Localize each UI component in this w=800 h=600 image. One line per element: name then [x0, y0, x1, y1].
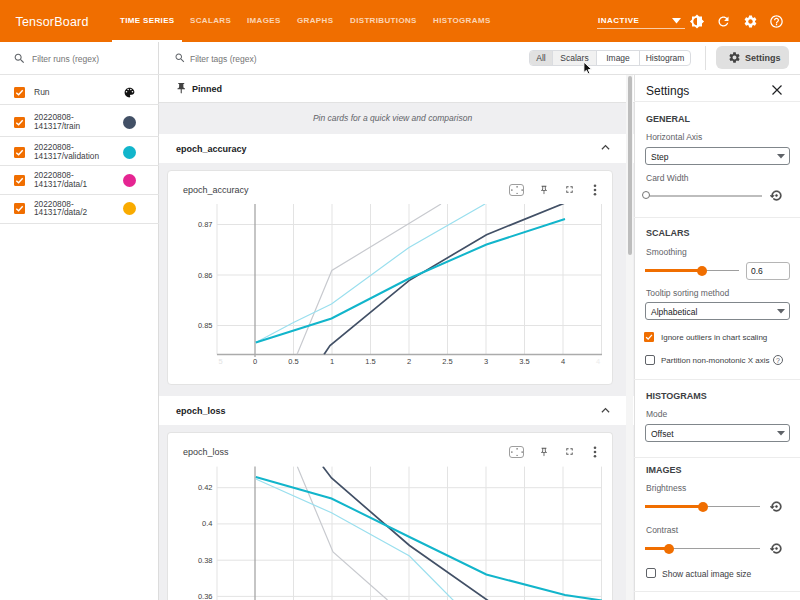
svg-text:1: 1 — [330, 357, 334, 366]
svg-text:0.38: 0.38 — [198, 556, 213, 565]
svg-text:0.5: 0.5 — [288, 357, 298, 366]
svg-text:4: 4 — [596, 357, 600, 366]
svg-text:5: 5 — [218, 357, 222, 366]
svg-text:4: 4 — [561, 357, 565, 366]
svg-text:3: 3 — [484, 357, 488, 366]
svg-text:0: 0 — [253, 357, 257, 366]
svg-text:3.5: 3.5 — [519, 357, 529, 366]
svg-text:1.5: 1.5 — [365, 357, 375, 366]
svg-text:0.85: 0.85 — [198, 321, 213, 330]
svg-text:0.87: 0.87 — [198, 220, 213, 229]
svg-text:2: 2 — [407, 357, 411, 366]
svg-text:2.5: 2.5 — [442, 357, 452, 366]
svg-text:0.86: 0.86 — [198, 271, 213, 280]
svg-text:0.4: 0.4 — [202, 519, 212, 528]
svg-text:0.36: 0.36 — [198, 592, 213, 600]
svg-text:0.42: 0.42 — [198, 483, 213, 492]
